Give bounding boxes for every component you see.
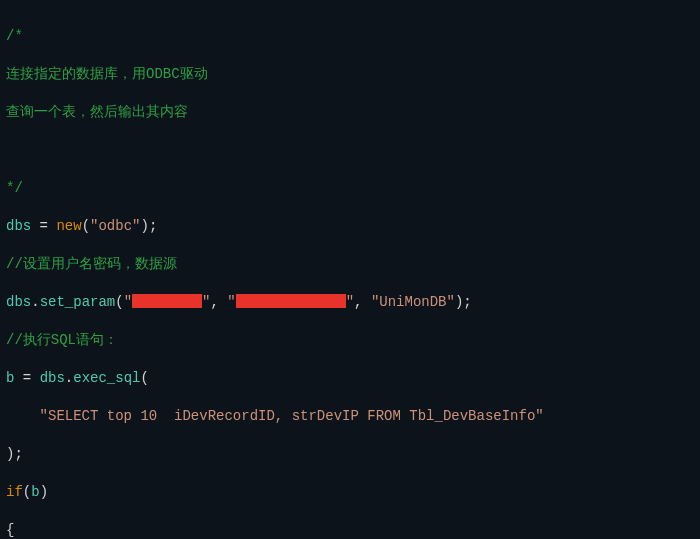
redacted-username <box>132 294 202 308</box>
identifier-b: b <box>31 484 39 500</box>
brace-open: { <box>6 522 14 538</box>
comment-text: 连接指定的数据库，用ODBC驱动 <box>6 66 208 82</box>
code-line: if(b) <box>6 483 694 502</box>
keyword-new: new <box>56 218 81 234</box>
code-line: b = dbs.exec_sql( <box>6 369 694 388</box>
string-odbc: "odbc" <box>90 218 140 234</box>
code-editor[interactable]: /* 连接指定的数据库，用ODBC驱动 查询一个表，然后输出其内容 */ dbs… <box>0 0 700 539</box>
code-line: ); <box>6 445 694 464</box>
identifier-dbs: dbs <box>6 294 31 310</box>
keyword-if: if <box>6 484 23 500</box>
comment-block-open: /* <box>6 28 23 44</box>
code-line: 连接指定的数据库，用ODBC驱动 <box>6 65 694 84</box>
identifier-dbs: dbs <box>6 218 31 234</box>
string-quote: " <box>124 294 132 310</box>
code-line: //设置用户名密码，数据源 <box>6 255 694 274</box>
code-line: /* <box>6 27 694 46</box>
redacted-password <box>236 294 346 308</box>
string-sql-query: "SELECT top 10 iDevRecordID, strDevIP FR… <box>40 408 544 424</box>
code-line: dbs = new("odbc"); <box>6 217 694 236</box>
string-quote: " <box>346 294 354 310</box>
code-line: 查询一个表，然后输出其内容 <box>6 103 694 122</box>
code-line: dbs.set_param("", "", "UniMonDB"); <box>6 293 694 312</box>
code-line <box>6 141 694 160</box>
comment-text: 查询一个表，然后输出其内容 <box>6 104 188 120</box>
method-set-param: set_param <box>40 294 116 310</box>
code-line: */ <box>6 179 694 198</box>
code-line: { <box>6 521 694 539</box>
method-exec-sql: exec_sql <box>73 370 140 386</box>
comment-set-param: //设置用户名密码，数据源 <box>6 256 177 272</box>
comment-exec-sql: //执行SQL语句： <box>6 332 118 348</box>
code-line: "SELECT top 10 iDevRecordID, strDevIP FR… <box>6 407 694 426</box>
identifier-dbs: dbs <box>40 370 65 386</box>
string-unimondb: "UniMonDB" <box>371 294 455 310</box>
code-line: //执行SQL语句： <box>6 331 694 350</box>
comment-block-close: */ <box>6 180 23 196</box>
string-quote: " <box>227 294 235 310</box>
